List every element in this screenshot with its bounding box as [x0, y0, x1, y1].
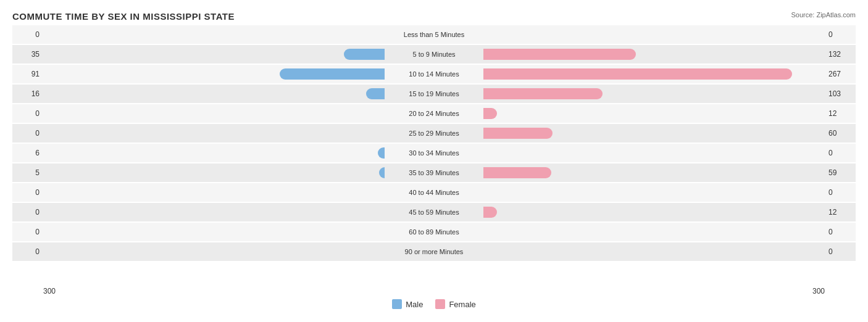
chart-row: 16 15 to 19 Minutes 103 [12, 85, 856, 103]
female-bar-container [483, 127, 825, 139]
female-bar [483, 68, 792, 80]
bar-pair: 35 to 39 Minutes [43, 163, 825, 182]
chart-row: 5 35 to 39 Minutes 59 [12, 163, 856, 182]
row-label: 30 to 34 Minutes [385, 148, 483, 158]
female-bar-container [483, 107, 825, 120]
male-bar-container [43, 147, 385, 159]
female-label: Female [449, 300, 475, 309]
female-bar [483, 207, 497, 218]
legend-female: Female [435, 299, 475, 309]
female-value: 60 [825, 129, 856, 138]
male-bar-container [43, 127, 385, 139]
male-bar-container [43, 68, 385, 80]
male-bar-container [43, 246, 385, 258]
female-value: 0 [825, 247, 856, 256]
male-value: 0 [12, 30, 43, 39]
female-bar [483, 49, 636, 60]
female-bar-container [483, 186, 825, 199]
female-value: 267 [825, 70, 856, 78]
legend: Male Female [12, 299, 856, 309]
female-bar-container [483, 88, 825, 100]
female-bar [483, 108, 497, 119]
male-value: 0 [12, 188, 43, 197]
female-value: 0 [825, 188, 856, 197]
bar-pair: 20 to 24 Minutes [43, 104, 825, 123]
bar-pair: 10 to 14 Minutes [43, 65, 825, 83]
female-color-box [435, 299, 445, 309]
male-bar [378, 147, 385, 159]
male-value: 6 [12, 149, 43, 157]
male-value: 0 [12, 247, 43, 256]
row-label: Less than 5 Minutes [385, 30, 483, 39]
male-bar [280, 68, 385, 80]
female-value: 0 [825, 149, 856, 157]
female-value: 0 [825, 228, 856, 236]
chart-area: 0 Less than 5 Minutes 0 35 5 to 9 Minute… [12, 25, 856, 284]
male-value: 0 [12, 208, 43, 217]
bar-pair: 45 to 59 Minutes [43, 203, 825, 221]
row-label: 90 or more Minutes [385, 247, 483, 257]
female-bar-container [483, 147, 825, 159]
female-bar [483, 128, 553, 139]
male-value: 0 [12, 129, 43, 138]
bottom-scale-row: 300 300 [12, 287, 856, 295]
male-bar-container [43, 48, 385, 60]
bar-pair: 40 to 44 Minutes [43, 183, 825, 202]
row-label: 45 to 59 Minutes [385, 207, 483, 217]
chart-row: 0 40 to 44 Minutes 0 [12, 183, 856, 202]
legend-male: Male [392, 299, 423, 309]
male-bar-container [43, 206, 385, 218]
female-value: 12 [825, 109, 856, 118]
male-bar [344, 49, 385, 60]
female-bar-container [483, 226, 825, 238]
female-value: 132 [825, 50, 856, 59]
male-color-box [392, 299, 402, 309]
bar-pair: Less than 5 Minutes [43, 25, 825, 44]
chart-row: 91 10 to 14 Minutes 267 [12, 65, 856, 83]
chart-title: COMMUTE TIME BY SEX IN MISSISSIPPI STATE [12, 11, 856, 22]
male-bar-container [43, 28, 385, 41]
male-bar-container [43, 226, 385, 238]
male-bar-container [43, 186, 385, 199]
bar-pair: 15 to 19 Minutes [43, 85, 825, 103]
female-bar-container [483, 246, 825, 258]
female-bar-container [483, 68, 825, 80]
female-bar-container [483, 48, 825, 60]
chart-row: 0 45 to 59 Minutes 12 [12, 203, 856, 221]
male-value: 0 [12, 228, 43, 236]
row-label: 60 to 89 Minutes [385, 227, 483, 237]
male-bar-container [43, 107, 385, 120]
row-label: 15 to 19 Minutes [385, 89, 483, 99]
chart-row: 0 Less than 5 Minutes 0 [12, 25, 856, 44]
male-label: Male [406, 300, 423, 309]
female-bar-container [483, 28, 825, 41]
row-label: 40 to 44 Minutes [385, 188, 483, 197]
male-value: 5 [12, 168, 43, 177]
row-label: 5 to 9 Minutes [385, 49, 483, 59]
female-bar-container [483, 206, 825, 218]
row-label: 25 to 29 Minutes [385, 128, 483, 138]
row-label: 20 to 24 Minutes [385, 109, 483, 118]
bottom-left-value: 300 [43, 287, 56, 295]
chart-container: COMMUTE TIME BY SEX IN MISSISSIPPI STATE… [0, 0, 868, 322]
chart-row: 0 25 to 29 Minutes 60 [12, 124, 856, 142]
bar-pair: 30 to 34 Minutes [43, 144, 825, 162]
female-value: 12 [825, 208, 856, 217]
female-value: 59 [825, 168, 856, 177]
male-value: 0 [12, 109, 43, 118]
male-value: 35 [12, 50, 43, 59]
male-bar [379, 167, 385, 178]
male-bar-container [43, 167, 385, 179]
chart-row: 35 5 to 9 Minutes 132 [12, 45, 856, 64]
female-bar [483, 167, 551, 178]
chart-row: 6 30 to 34 Minutes 0 [12, 144, 856, 162]
row-label: 10 to 14 Minutes [385, 69, 483, 79]
row-label: 35 to 39 Minutes [385, 168, 483, 178]
bar-pair: 25 to 29 Minutes [43, 124, 825, 142]
chart-row: 0 60 to 89 Minutes 0 [12, 223, 856, 241]
bar-pair: 60 to 89 Minutes [43, 223, 825, 241]
bottom-right-value: 300 [812, 287, 825, 295]
male-bar-container [43, 88, 385, 100]
male-value: 91 [12, 70, 43, 78]
female-bar [483, 88, 603, 99]
